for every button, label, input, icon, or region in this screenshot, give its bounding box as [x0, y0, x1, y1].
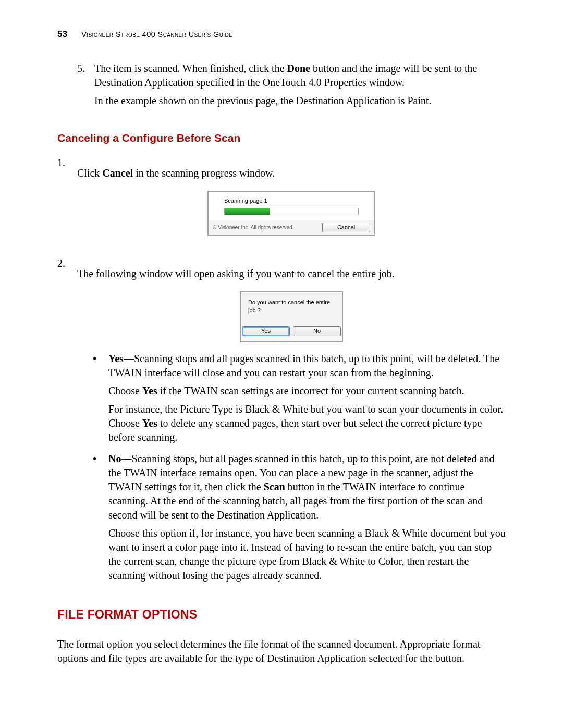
- paragraph: The following window will open asking if…: [77, 267, 506, 281]
- list-number: 5.: [77, 61, 85, 112]
- file-format-heading: File Format Options: [57, 608, 506, 622]
- bold-text: Scan: [264, 481, 285, 492]
- cancel-confirm-dialog: Do you want to cancel the entire job ? Y…: [240, 291, 343, 343]
- bold-text: Yes: [142, 385, 157, 397]
- confirm-message: Do you want to cancel the entire job ?: [245, 299, 338, 314]
- paragraph: Click Cancel in the scanning progress wi…: [77, 166, 506, 180]
- text: Click: [77, 167, 102, 179]
- page-number: 53: [57, 29, 68, 39]
- paragraph: The item is scanned. When finished, clic…: [94, 61, 506, 90]
- bold-text: Done: [287, 63, 310, 74]
- text: The item is scanned. When finished, clic…: [94, 63, 287, 74]
- bullet-icon: •: [93, 452, 99, 587]
- scanning-progress-dialog: Scanning page 1 © Visioneer Inc. All rig…: [207, 191, 375, 236]
- progress-bar: [224, 208, 359, 215]
- cancel-button[interactable]: Cancel: [322, 223, 370, 232]
- file-format-paragraph: The format option you select determines …: [57, 637, 506, 665]
- scanning-status-text: Scanning page 1: [224, 197, 359, 205]
- text: if the TWAIN scan settings are incorrect…: [157, 385, 464, 397]
- document-page: 53 Visioneer Strobe 400 Scanner User's G…: [0, 0, 563, 728]
- no-button[interactable]: No: [293, 326, 341, 336]
- list-number: 2.: [57, 256, 68, 590]
- text: —Scanning stops and all pages scanned in…: [108, 353, 499, 378]
- text: Choose: [108, 385, 142, 397]
- paragraph: No—Scanning stops, but all pages scanned…: [108, 452, 506, 522]
- paragraph: Choose Yes if the TWAIN scan settings ar…: [108, 384, 506, 398]
- step-1: 1. Click Cancel in the scanning progress…: [57, 156, 506, 590]
- header-title: Visioneer Strobe 400 Scanner User's Guid…: [81, 30, 232, 39]
- bullet-item-no: • No—Scanning stops, but all pages scann…: [93, 452, 506, 587]
- paragraph: For instance, the Picture Type is Black …: [108, 402, 506, 445]
- bold-text: Yes: [108, 353, 124, 364]
- bold-text: No: [108, 453, 121, 464]
- list-number: 1.: [57, 156, 68, 247]
- bold-text: Yes: [142, 417, 157, 429]
- bullet-item-yes: • Yes—Scanning stops and all pages scann…: [93, 352, 506, 449]
- text: in the scanning progress window.: [133, 167, 275, 179]
- copyright-text: © Visioneer Inc. All rights reserved.: [213, 224, 294, 231]
- bold-text: Cancel: [102, 167, 133, 179]
- paragraph: Choose this option if, for instance, you…: [108, 526, 506, 583]
- yes-button[interactable]: Yes: [242, 326, 290, 336]
- paragraph: In the example shown on the previous pag…: [94, 94, 506, 108]
- text: to delete any scanned pages, then start …: [108, 417, 482, 443]
- step-5: 5. The item is scanned. When finished, c…: [57, 61, 506, 112]
- yes-no-bullet-list: • Yes—Scanning stops and all pages scann…: [93, 352, 506, 587]
- bullet-icon: •: [93, 352, 99, 449]
- sub-heading-canceling: Canceling a Configure Before Scan: [57, 132, 506, 144]
- paragraph: Yes—Scanning stops and all pages scanned…: [108, 352, 506, 380]
- progress-bar-fill: [225, 208, 270, 215]
- page-header: 53 Visioneer Strobe 400 Scanner User's G…: [57, 29, 506, 40]
